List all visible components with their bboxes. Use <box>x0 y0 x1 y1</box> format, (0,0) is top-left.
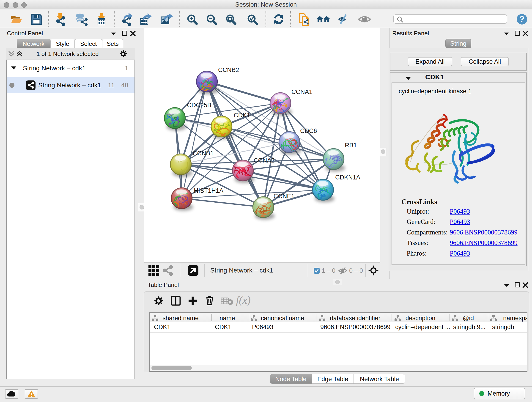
svg-text:CCNB1: CCNB1 <box>193 150 214 157</box>
svg-text:HIST1H1A: HIST1H1A <box>194 187 223 194</box>
svg-text:CDC25B: CDC25B <box>187 102 211 109</box>
svg-text:CDC6: CDC6 <box>300 128 317 134</box>
svg-text:CCNA1: CCNA1 <box>291 89 312 95</box>
svg-text:CDK1: CDK1 <box>234 112 250 119</box>
svg-text:CCNE1: CCNE1 <box>273 193 295 200</box>
svg-text:CDKN1A: CDKN1A <box>335 174 360 181</box>
svg-text:CCNA2: CCNA2 <box>254 157 275 164</box>
svg-text:RB1: RB1 <box>345 142 357 149</box>
svg-text:CCNB2: CCNB2 <box>218 66 239 73</box>
